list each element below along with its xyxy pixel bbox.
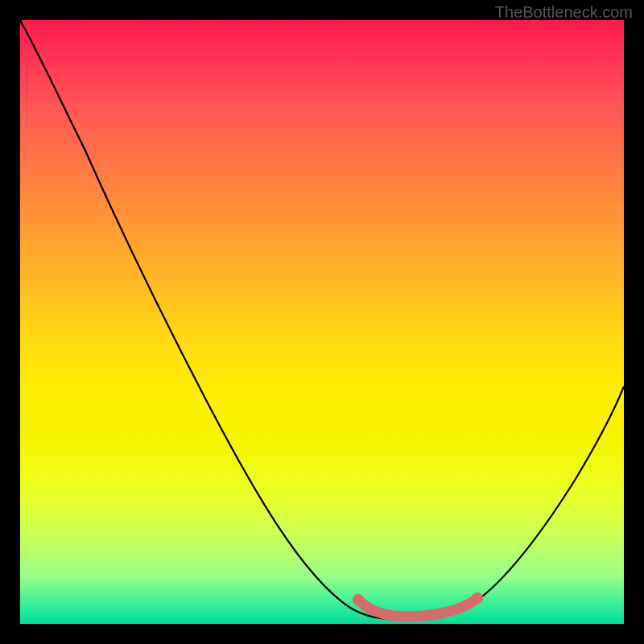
highlight-dot-right	[472, 592, 483, 604]
watermark-text: TheBottleneck.com	[495, 3, 633, 22]
chart-svg	[20, 20, 624, 624]
highlight-dot-left	[353, 594, 364, 605]
bottleneck-curve-path	[20, 20, 624, 620]
chart-plot-area	[20, 20, 624, 624]
highlight-segment-path	[358, 598, 477, 617]
